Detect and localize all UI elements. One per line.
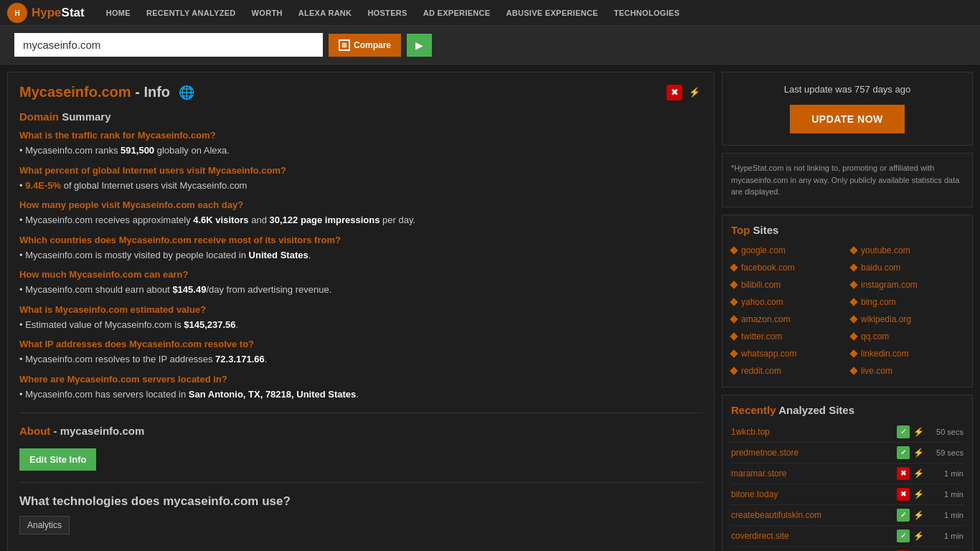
diamond-icon (849, 263, 857, 271)
top-site-item[interactable]: google.com (731, 243, 844, 258)
diamond-icon (849, 315, 857, 323)
top-sites-title: Top Sites (731, 224, 963, 236)
top-site-link[interactable]: yahoo.com (741, 297, 783, 307)
recent-time: 1 min (929, 469, 963, 478)
main-wrapper: Mycaseinfo.com - Info 🌐 ✖ ⚡ Domain Summa… (0, 65, 980, 551)
update-box: Last update was 757 days ago UPDATE NOW (722, 72, 973, 146)
diamond-icon (730, 315, 738, 323)
top-site-item[interactable]: qq.com (851, 329, 963, 344)
top-site-item[interactable]: whatsapp.com (731, 347, 844, 361)
lightning-icon: ⚡ (912, 488, 925, 501)
status-check-icon: ✓ (897, 529, 910, 542)
top-site-link[interactable]: linkedin.com (861, 349, 909, 359)
top-sites-box: Top Sites google.comyoutube.comfacebook.… (722, 215, 973, 387)
lightning-icon: ⚡ (912, 446, 925, 459)
nav-link-ad-experience[interactable]: AD EXPERIENCE (416, 0, 498, 26)
nav-link-abusive-experience[interactable]: ABUSIVE EXPERIENCE (499, 0, 605, 26)
top-site-item[interactable]: reddit.com (731, 364, 844, 378)
top-site-link[interactable]: bing.com (861, 297, 896, 307)
last-update-text: Last update was 757 days ago (734, 84, 961, 95)
q5[interactable]: How much Mycaseinfo.com can earn? (19, 269, 702, 280)
top-site-item[interactable]: youtube.com (851, 243, 963, 258)
lightning-icon-button[interactable]: ⚡ (687, 85, 702, 100)
status-icons: ✓ ⚡ (897, 529, 925, 542)
nav-link-recently-analyzed[interactable]: RECENTLY ANALYZED (139, 0, 243, 26)
top-site-link[interactable]: wikipedia.org (861, 314, 911, 324)
q7[interactable]: What IP addresses does Mycaseinfo.com re… (19, 339, 702, 349)
edit-site-button[interactable]: Edit Site Info (19, 448, 96, 471)
recent-time: 50 secs (929, 428, 963, 436)
top-site-link[interactable]: youtube.com (861, 245, 910, 255)
recent-domain[interactable]: predmetnoe.store (731, 448, 892, 458)
block-icon-button[interactable]: ✖ (666, 85, 682, 100)
q1[interactable]: What is the traffic rank for Mycaseinfo.… (19, 130, 702, 141)
nav-link-alexa-rank[interactable]: ALEXA RANK (291, 0, 359, 26)
search-input[interactable] (14, 33, 323, 57)
a3: • Mycaseinfo.com receives approximately … (19, 213, 702, 227)
top-site-link[interactable]: facebook.com (741, 263, 795, 273)
nav-link-home[interactable]: HOME (99, 0, 138, 26)
nav-link-worth[interactable]: WORTH (245, 0, 290, 26)
nav-link-hosters[interactable]: HOSTERS (360, 0, 414, 26)
recent-domain[interactable]: bitone.today (731, 489, 892, 499)
top-site-item[interactable]: twitter.com (731, 329, 844, 344)
top-site-link[interactable]: live.com (861, 366, 892, 376)
top-site-item[interactable]: live.com (851, 364, 963, 378)
recent-domain[interactable]: maramar.store (731, 468, 892, 479)
top-site-item[interactable]: bing.com (851, 295, 963, 309)
update-now-button[interactable]: UPDATE NOW (790, 105, 905, 133)
recent-domain[interactable]: createbeautifulskin.com (731, 510, 892, 520)
status-icons: ✖ ⚡ (897, 488, 925, 501)
diamond-icon (849, 298, 857, 306)
q4[interactable]: Which countries does Mycaseinfo.com rece… (19, 235, 702, 245)
nav-links: HOMERECENTLY ANALYZEDWORTHALEXA RANKHOST… (99, 0, 687, 26)
status-check-icon: ✓ (897, 509, 910, 522)
diamond-icon (730, 246, 738, 254)
top-site-link[interactable]: bilibili.com (741, 280, 781, 290)
recent-domain[interactable]: 1wkcb.top (731, 427, 892, 437)
compare-button[interactable]: ⊞ Compare (329, 34, 401, 57)
diamond-icon (849, 246, 857, 254)
compare-icon: ⊞ (339, 39, 350, 51)
diamond-icon (730, 263, 738, 271)
top-site-item[interactable]: bilibili.com (731, 278, 844, 292)
top-site-item[interactable]: linkedin.com (851, 347, 963, 361)
top-site-item[interactable]: baidu.com (851, 260, 963, 275)
recently-analyzed-box: Recently Analyzed Sites 1wkcb.top ✓ ⚡ 50… (722, 395, 973, 552)
top-site-item[interactable]: instagram.com (851, 278, 963, 292)
top-site-link[interactable]: google.com (741, 245, 786, 255)
right-panel: Last update was 757 days ago UPDATE NOW … (722, 72, 973, 551)
top-site-link[interactable]: instagram.com (861, 280, 918, 290)
recent-domain[interactable]: coverdirect.site (731, 531, 892, 541)
logo[interactable]: H HypeStat (7, 3, 85, 23)
top-site-item[interactable]: yahoo.com (731, 295, 844, 309)
flag-icon[interactable]: 🌐 (179, 85, 194, 100)
top-site-item[interactable]: wikipedia.org (851, 312, 963, 326)
q3[interactable]: How many people visit Mycaseinfo.com eac… (19, 199, 702, 210)
about-title: About - mycaseinfo.com (19, 425, 702, 437)
top-site-item[interactable]: amazon.com (731, 312, 844, 326)
q6[interactable]: What is Mycaseinfo.com estimated value? (19, 304, 702, 315)
recently-analyzed-list: 1wkcb.top ✓ ⚡ 50 secs predmetnoe.store ✓… (731, 422, 963, 552)
top-site-link[interactable]: baidu.com (861, 263, 900, 273)
recent-analyzed-item: predmetnoe.store ✓ ⚡ 59 secs (731, 443, 963, 463)
top-site-link[interactable]: qq.com (861, 331, 889, 342)
top-site-link[interactable]: reddit.com (741, 366, 781, 376)
top-site-link[interactable]: whatsapp.com (741, 349, 796, 359)
a2: • 9.4E-5% of global Internet users visit… (19, 179, 702, 193)
q8[interactable]: Where are Mycaseinfo.com servers located… (19, 374, 702, 385)
go-button[interactable]: ▶ (407, 34, 432, 57)
top-site-link[interactable]: twitter.com (741, 331, 782, 342)
a6: • Estimated value of Mycaseinfo.com is $… (19, 318, 702, 332)
recently-analyzed-title: Recently Analyzed Sites (731, 404, 963, 416)
top-site-item[interactable]: facebook.com (731, 260, 844, 275)
nav-link-technologies[interactable]: TECHNOLOGIES (607, 0, 687, 26)
a5: • Mycaseinfo.com should earn about $145.… (19, 283, 702, 297)
q2[interactable]: What percent of global Internet users vi… (19, 165, 702, 176)
technologies-title: What technologies does mycaseinfo.com us… (19, 494, 702, 509)
diamond-icon (849, 367, 857, 375)
diamond-icon (730, 349, 738, 357)
top-site-link[interactable]: amazon.com (741, 314, 791, 324)
recent-time: 1 min (929, 532, 963, 540)
logo-icon: H (7, 3, 27, 23)
